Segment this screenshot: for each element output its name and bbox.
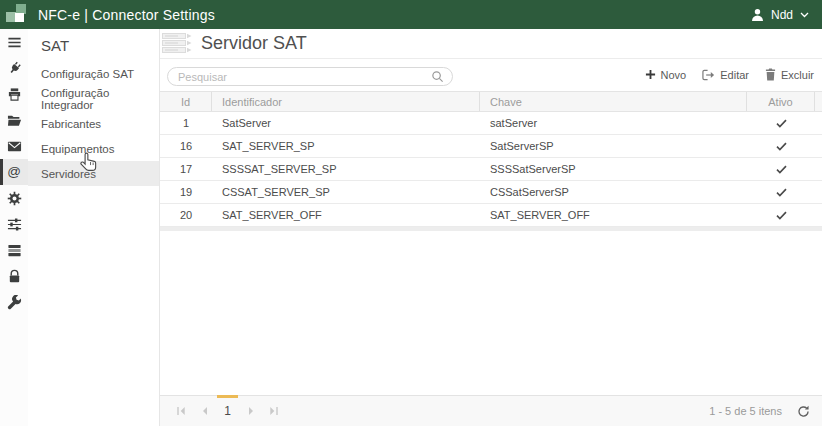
envelope-icon xyxy=(7,139,22,154)
table-row[interactable]: 17 SSSSAT_SERVER_SP SSSSatServerSP xyxy=(160,158,822,181)
new-button[interactable]: Novo xyxy=(645,68,687,81)
plus-icon xyxy=(645,69,656,80)
sidebar-item[interactable]: Equipamentos xyxy=(28,136,159,161)
table-row[interactable]: 1 SatServer satServer xyxy=(160,112,822,135)
cell-chave: satServer xyxy=(480,117,747,129)
cell-ativo xyxy=(747,165,815,174)
nav-connector-settings-button[interactable]: @ xyxy=(0,159,28,185)
last-page-icon xyxy=(268,406,279,416)
first-page-button[interactable] xyxy=(170,396,193,426)
nav-connector-button[interactable] xyxy=(0,55,28,81)
trash-icon xyxy=(765,68,776,81)
cell-ativo xyxy=(747,119,815,128)
nav-menu-button[interactable] xyxy=(0,29,28,55)
nav-preferences-button[interactable] xyxy=(0,211,28,237)
module-sidebar: SAT Configuração SAT Configuração Integr… xyxy=(28,29,160,426)
chevron-down-icon xyxy=(800,12,809,18)
wrench-icon xyxy=(7,295,22,310)
plug-icon xyxy=(7,61,22,76)
search-box xyxy=(167,67,453,86)
cell-id: 20 xyxy=(160,209,212,221)
page-title-icon xyxy=(162,32,194,55)
column-header-filler xyxy=(815,92,822,111)
server-stack-icon xyxy=(7,243,22,258)
nav-security-button[interactable] xyxy=(0,263,28,289)
cell-chave: SatServerSP xyxy=(480,140,747,152)
previous-page-button[interactable] xyxy=(193,396,216,426)
refresh-button[interactable] xyxy=(797,405,810,418)
nav-tools-button[interactable] xyxy=(0,289,28,315)
grid-bottom-strip xyxy=(160,227,822,231)
gear-icon xyxy=(7,191,22,206)
sidebar-item[interactable]: Fabricantes xyxy=(28,111,159,136)
column-header-identificador[interactable]: Identificador xyxy=(212,92,480,111)
delete-button[interactable]: Excluir xyxy=(765,68,814,81)
cell-identificador: CSSAT_SERVER_SP xyxy=(212,186,480,198)
cell-id: 19 xyxy=(160,186,212,198)
user-icon xyxy=(751,8,764,22)
sidebar-item-label: Configuração Integrador xyxy=(41,87,159,111)
sidebar-item-label: Fabricantes xyxy=(41,118,101,130)
nav-settings-button[interactable] xyxy=(0,185,28,211)
sidebar-menu: Configuração SAT Configuração Integrador… xyxy=(28,61,159,186)
edit-icon xyxy=(702,69,715,81)
cell-id: 1 xyxy=(160,117,212,129)
action-toolbar: Novo Editar Excluir xyxy=(645,68,814,81)
page-title: Servidor SAT xyxy=(201,33,307,54)
pager: 1 1 - 5 de 5 itens xyxy=(160,395,822,426)
user-name: Ndd xyxy=(771,8,793,22)
current-page-button[interactable]: 1 xyxy=(216,396,239,426)
cell-ativo xyxy=(747,211,815,220)
nav-server-button[interactable] xyxy=(0,237,28,263)
user-menu[interactable]: Ndd xyxy=(751,8,809,22)
cell-id: 16 xyxy=(160,140,212,152)
new-button-label: Novo xyxy=(661,69,687,81)
app-header: NFC-e | Connector Settings Ndd xyxy=(0,0,822,29)
sidebar-item-label: Servidores xyxy=(41,168,96,180)
grid-toolbar-row: Novo Editar Excluir xyxy=(160,59,822,91)
main-content: Servidor SAT Novo Editar xyxy=(160,29,822,426)
previous-page-icon xyxy=(200,406,210,416)
nav-files-button[interactable] xyxy=(0,107,28,133)
sidebar-item-label: Equipamentos xyxy=(41,143,115,155)
sliders-icon xyxy=(7,217,22,232)
first-page-icon xyxy=(176,406,187,416)
table-row[interactable]: 19 CSSAT_SERVER_SP CSSatServerSP xyxy=(160,181,822,204)
sidebar-item-label: Configuração SAT xyxy=(41,68,134,80)
table-header: Id Identificador Chave Ativo xyxy=(160,91,822,112)
edit-button-label: Editar xyxy=(720,69,749,81)
table-body: 1 SatServer satServer 16 SAT_SERVER_SP S… xyxy=(160,112,822,227)
sidebar-item[interactable]: Servidores xyxy=(28,161,159,186)
cell-identificador: SatServer xyxy=(212,117,480,129)
cell-chave: SAT_SERVER_OFF xyxy=(480,209,747,221)
hamburger-menu-icon xyxy=(7,35,22,50)
table-row[interactable]: 20 SAT_SERVER_OFF SAT_SERVER_OFF xyxy=(160,204,822,227)
check-icon xyxy=(776,142,787,151)
delete-button-label: Excluir xyxy=(781,69,814,81)
search-icon xyxy=(431,70,444,83)
nav-printer-button[interactable] xyxy=(0,81,28,107)
lock-icon xyxy=(7,269,22,284)
table-row[interactable]: 16 SAT_SERVER_SP SatServerSP xyxy=(160,135,822,158)
column-header-chave[interactable]: Chave xyxy=(480,92,747,111)
at-sign-icon: @ xyxy=(7,165,21,179)
refresh-icon xyxy=(797,405,810,418)
last-page-button[interactable] xyxy=(262,396,285,426)
next-page-button[interactable] xyxy=(239,396,262,426)
next-page-icon xyxy=(246,406,256,416)
app-logo-icon xyxy=(5,3,29,26)
cell-chave: SSSSatServerSP xyxy=(480,163,747,175)
nav-mail-button[interactable] xyxy=(0,133,28,159)
column-header-ativo[interactable]: Ativo xyxy=(747,92,815,111)
icon-sidebar: @ xyxy=(0,29,28,426)
app-title: NFC-e | Connector Settings xyxy=(38,7,215,23)
sidebar-item[interactable]: Configuração SAT xyxy=(28,61,159,86)
cell-id: 17 xyxy=(160,163,212,175)
search-input[interactable] xyxy=(168,71,431,83)
sidebar-item[interactable]: Configuração Integrador xyxy=(28,86,159,111)
edit-button[interactable]: Editar xyxy=(702,68,749,81)
printer-icon xyxy=(7,87,22,102)
column-header-id[interactable]: Id xyxy=(160,92,212,111)
pager-info: 1 - 5 de 5 itens xyxy=(709,405,782,417)
cell-ativo xyxy=(747,142,815,151)
